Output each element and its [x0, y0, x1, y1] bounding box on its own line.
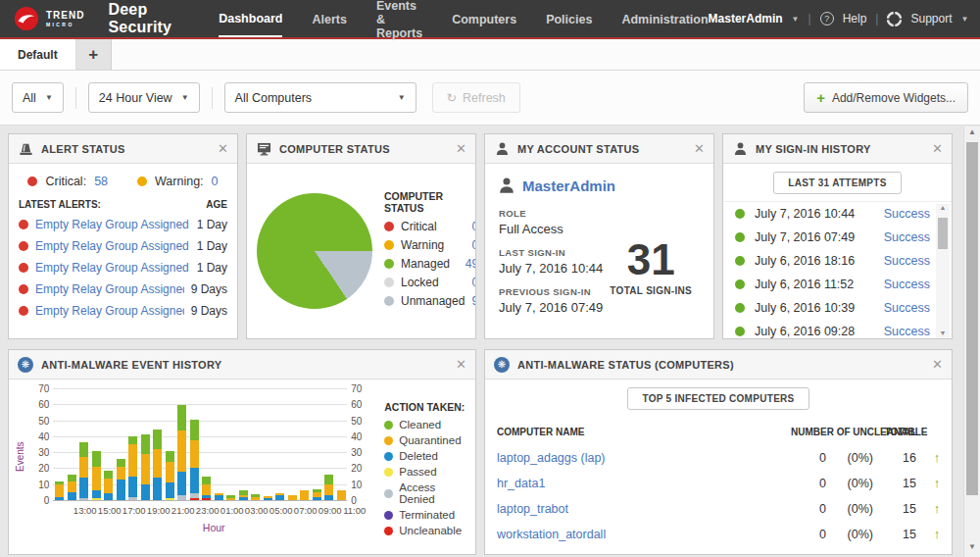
top-5-infected-button[interactable]: TOP 5 INFECTED COMPUTERS	[627, 387, 808, 410]
alert-link[interactable]: Empty Relay Group Assigned - CA...	[35, 261, 190, 275]
close-icon[interactable]: ✕	[694, 142, 705, 155]
signin-row: July 6, 2016 18:16Success	[723, 249, 952, 273]
signin-result-link[interactable]: Success	[884, 254, 930, 268]
computer-name-link[interactable]: hr_data1	[497, 477, 791, 490]
add-dashboard-tab-button[interactable]: +	[76, 39, 112, 70]
nav-item-policies[interactable]: Policies	[546, 1, 592, 36]
brand-line1: TREND	[46, 11, 84, 21]
bars-container	[53, 389, 347, 500]
table-row: hr_data10(0%)15↑	[497, 471, 940, 496]
close-icon[interactable]: ✕	[456, 142, 466, 155]
x-tick-label: 23:00	[195, 501, 220, 516]
widget-scrollbar[interactable]: ▲ ▼	[936, 204, 950, 339]
nav-item-alerts[interactable]: Alerts	[312, 1, 346, 36]
support-lifebuoy-icon[interactable]	[887, 12, 902, 26]
computers-dropdown[interactable]: All Computers ▼	[224, 82, 416, 113]
trend-flat-icon: —	[916, 553, 940, 555]
support-link[interactable]: Support	[910, 12, 952, 25]
dashboard-content: ALERT STATUS ✕ Critical: 58 Warning: 0 L…	[0, 126, 980, 557]
anti-malware-virus-icon: ❋	[494, 357, 510, 373]
close-icon[interactable]: ✕	[932, 142, 943, 155]
bar-segment-quarantined	[92, 467, 101, 490]
user-menu-caret-icon[interactable]: ▼	[792, 15, 800, 24]
signin-date: July 6, 2016 10:39	[755, 301, 874, 315]
close-icon[interactable]: ✕	[456, 358, 466, 371]
scrollbar-thumb[interactable]	[966, 142, 978, 495]
close-icon[interactable]: ✕	[932, 358, 943, 371]
y-tick-label: 60	[38, 399, 49, 410]
bar-segment-quarantined	[79, 457, 88, 478]
legend-label: Terminated	[399, 509, 455, 521]
legend-count-link[interactable]: 0	[471, 220, 476, 233]
legend-count-link[interactable]: 9	[471, 294, 476, 308]
scope-dropdown[interactable]: All ▼	[12, 82, 64, 113]
computer-name-link[interactable]: laptop_trabot	[497, 502, 791, 516]
uncleanable-percent: (0%)	[826, 477, 873, 490]
alert-age: 1 Day	[197, 218, 227, 231]
alert-link[interactable]: Empty Relay Group Assigned - dir...	[35, 282, 184, 296]
refresh-button[interactable]: ↻ Refresh	[432, 82, 520, 113]
period-dropdown[interactable]: 24 Hour View ▼	[88, 82, 200, 113]
bar-segment-quarantined	[128, 444, 137, 477]
signin-result-link[interactable]: Success	[884, 207, 930, 221]
critical-count-link[interactable]: 58	[94, 175, 108, 188]
legend-count-link[interactable]: 0	[471, 276, 476, 289]
bar-segment-access-denied	[79, 498, 88, 500]
help-icon[interactable]: ?	[820, 12, 834, 25]
nav-item-dashboard[interactable]: Dashboard	[219, 0, 282, 37]
nav-item-computers[interactable]: Computers	[452, 1, 516, 36]
alert-link[interactable]: Empty Relay Group Assigned - dir...	[35, 304, 184, 318]
uncleanable-count: 0	[791, 451, 826, 465]
age-header: AGE	[206, 199, 227, 210]
signin-result-link[interactable]: Success	[884, 278, 930, 291]
help-link[interactable]: Help	[843, 12, 867, 25]
scroll-up-icon[interactable]: ▲	[936, 204, 950, 216]
bar-segment-deleted	[117, 480, 125, 500]
user-menu[interactable]: MasterAdmin	[709, 12, 783, 25]
divider	[75, 87, 76, 109]
bar-segment-deleted	[324, 495, 333, 500]
signin-result-link[interactable]: Success	[884, 230, 930, 244]
bar-segment-quarantined	[226, 498, 235, 500]
y-tick-label: 20	[351, 463, 362, 474]
scroll-down-icon[interactable]: ▼	[964, 542, 980, 556]
bar-15:00	[90, 451, 103, 500]
bar-segment-passed	[92, 498, 101, 500]
computer-status-widget: COMPUTER STATUS ✕ COMPUTER STATUS Critic…	[246, 133, 476, 339]
legend-count-link[interactable]: 49	[466, 257, 476, 271]
legend-title: ACTION TAKEN:	[384, 401, 469, 413]
alert-list: Empty Relay Group Assigned - 19...1 DayE…	[9, 214, 237, 322]
add-remove-widgets-label: Add/Remove Widgets...	[832, 91, 956, 105]
success-dot-icon	[735, 232, 745, 242]
support-caret-icon[interactable]: ▼	[961, 15, 969, 24]
tab-default[interactable]: Default	[0, 39, 76, 70]
alert-link[interactable]: Empty Relay Group Assigned - 19...	[35, 218, 190, 231]
add-remove-widgets-button[interactable]: + Add/Remove Widgets...	[804, 82, 968, 113]
nav-item-events-reports[interactable]: Events & Reports	[376, 0, 422, 50]
x-tick-label: 09:00	[318, 501, 342, 516]
warning-count-link[interactable]: 0	[212, 175, 219, 188]
username-link[interactable]: MasterAdmin	[522, 177, 615, 194]
page-scrollbar[interactable]: ▲ ▼	[963, 127, 980, 557]
success-dot-icon	[735, 279, 745, 289]
computer-name-link[interactable]: workstation_iessy	[497, 553, 791, 555]
last-31-attempts-button[interactable]: LAST 31 ATTEMPTS	[773, 172, 901, 194]
signin-result-link[interactable]: Success	[884, 325, 930, 338]
table-row: workstation_iessy0(0%)15—	[497, 547, 940, 555]
alert-link[interactable]: Empty Relay Group Assigned - CA...	[35, 239, 190, 253]
bar-segment-cleaned	[141, 434, 150, 454]
dashboard-toolbar: All ▼ 24 Hour View ▼ All Computers ▼ ↻ R…	[0, 71, 980, 126]
scrollbar-thumb[interactable]	[938, 218, 948, 249]
scroll-down-icon[interactable]: ▼	[936, 329, 950, 339]
bar-18:00	[126, 436, 139, 500]
signin-date: July 7, 2016 10:44	[755, 207, 874, 221]
computer-name-link[interactable]: workstation_atordall	[497, 528, 791, 541]
close-icon[interactable]: ✕	[218, 142, 228, 155]
scroll-up-icon[interactable]: ▲	[964, 127, 980, 141]
legend-item-passed: Passed	[384, 466, 469, 478]
signin-result-link[interactable]: Success	[884, 301, 930, 315]
nav-item-administration[interactable]: Administration	[621, 1, 708, 36]
computer-name-link[interactable]: laptop_adaggs (lap)	[497, 451, 791, 465]
uncleanable-count: 0	[791, 528, 826, 541]
legend-count-link[interactable]: 0	[471, 238, 476, 252]
